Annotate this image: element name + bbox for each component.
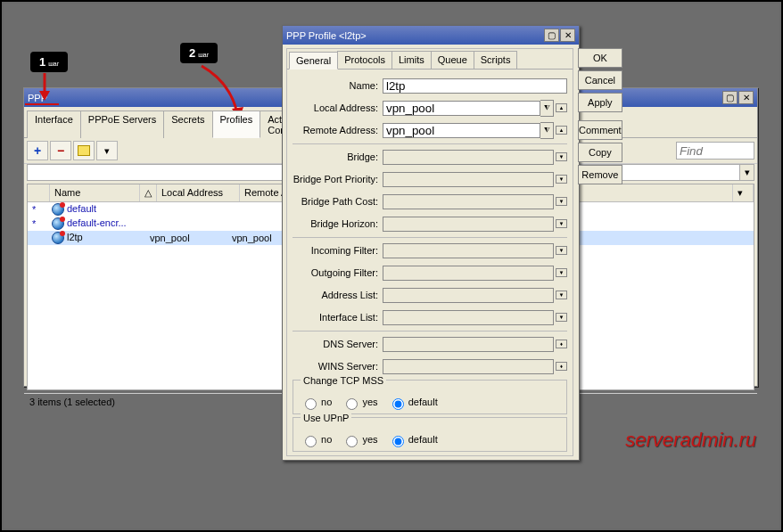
bridge-horizon-input[interactable]: [383, 217, 554, 232]
of-toggle[interactable]: ▼: [556, 268, 567, 277]
tab-secrets[interactable]: Secrets: [163, 110, 212, 138]
interface-list-input[interactable]: [383, 310, 554, 325]
mss-no-option[interactable]: no: [301, 397, 332, 407]
profile-icon: [52, 203, 64, 216]
bridge-port-priority-label: Bridge Port Priority:: [293, 174, 383, 184]
use-upnp-group: Use UPnP no yes default: [293, 417, 567, 452]
wins-server-input[interactable]: [383, 359, 554, 374]
outgoing-filter-input[interactable]: [383, 266, 554, 281]
copy-button[interactable]: Copy: [578, 143, 622, 162]
upnp-yes-option[interactable]: yes: [342, 434, 377, 445]
bh-toggle[interactable]: ▼: [556, 219, 567, 228]
dialog-buttons: OK Cancel Apply Comment Copy Remove: [578, 48, 622, 456]
note-icon: [78, 145, 90, 156]
dns-server-label: DNS Server:: [293, 339, 383, 349]
general-form: Name: Local Address: ⧨ ▲ Remote Address:…: [287, 70, 573, 455]
remove-button[interactable]: Remove: [578, 165, 622, 184]
al-toggle[interactable]: ▼: [556, 291, 567, 299]
cancel-button[interactable]: Cancel: [578, 70, 622, 90]
local-address-input[interactable]: [383, 101, 540, 116]
profile-icon: [52, 232, 64, 244]
il-toggle[interactable]: ▼: [556, 313, 567, 322]
remote-address-toggle[interactable]: ▲: [556, 126, 567, 135]
property-panel: General Protocols Limits Queue Scripts N…: [286, 48, 573, 456]
upnp-legend: Use UPnP: [301, 413, 351, 423]
remove-button[interactable]: −: [50, 141, 71, 160]
bridge-path-cost-input[interactable]: [383, 194, 554, 209]
mss-default-option[interactable]: default: [388, 397, 438, 407]
tab-limits[interactable]: Limits: [392, 51, 432, 69]
bridge-label: Bridge:: [293, 151, 383, 162]
row-name: l2tp: [67, 232, 83, 242]
col-name[interactable]: Name: [50, 184, 140, 201]
funnel-icon: ▾: [104, 145, 110, 157]
bpc-toggle[interactable]: ▼: [556, 197, 567, 206]
bpp-toggle[interactable]: ▼: [556, 175, 567, 184]
filter-button[interactable]: ▾: [96, 141, 118, 160]
dns-server-input[interactable]: [383, 337, 554, 352]
remote-address-dropdown[interactable]: ⧨: [540, 122, 554, 139]
col-sort-indicator[interactable]: △: [140, 184, 157, 201]
annotation-step-1: 1шаг: [30, 52, 68, 72]
tab-pppoe-servers[interactable]: PPPoE Servers: [80, 110, 164, 138]
dialog-restore-button[interactable]: ▢: [544, 29, 559, 42]
col-more-indicator[interactable]: ▾: [733, 184, 754, 201]
row-flag: *: [28, 217, 47, 230]
if-toggle[interactable]: ▼: [556, 246, 567, 255]
remote-address-input[interactable]: [383, 123, 540, 138]
profile-dialog: PPP Profile <l2tp> ▢ ✕ General Protocols…: [282, 25, 580, 461]
row-local: [145, 209, 227, 210]
ppp-close-button[interactable]: ✕: [738, 91, 754, 104]
remote-address-label: Remote Address:: [293, 125, 383, 135]
tab-queue[interactable]: Queue: [431, 51, 474, 69]
add-button[interactable]: +: [27, 141, 48, 160]
annotation-underline-ppp: [25, 103, 59, 105]
watermark: serveradmin.ru: [625, 429, 756, 452]
local-address-toggle[interactable]: ▲: [556, 103, 567, 112]
tab-scripts[interactable]: Scripts: [474, 51, 518, 69]
dialog-close-button[interactable]: ✕: [560, 29, 575, 42]
plus-icon: +: [34, 143, 41, 158]
wins-server-label: WINS Server:: [293, 361, 383, 372]
apply-button[interactable]: Apply: [578, 93, 622, 112]
dns-toggle[interactable]: ♦: [556, 340, 567, 348]
row-name: default-encr...: [67, 217, 127, 228]
row-flag: *: [28, 203, 47, 216]
col-local[interactable]: Local Address: [157, 184, 240, 201]
upnp-no-option[interactable]: no: [301, 434, 332, 445]
bridge-path-cost-label: Bridge Path Cost:: [293, 196, 383, 207]
profile-icon: [52, 217, 64, 230]
row-local: vpn_pool: [145, 232, 227, 244]
dialog-title: PPP Profile <l2tp>: [286, 30, 367, 41]
name-label: Name:: [293, 80, 383, 91]
wins-toggle[interactable]: ♦: [556, 362, 567, 371]
mss-legend: Change TCP MSS: [301, 375, 386, 386]
comment-button[interactable]: Comment: [578, 120, 622, 140]
ppp-restore-button[interactable]: ▢: [722, 91, 738, 104]
name-input[interactable]: [383, 78, 567, 94]
tab-profiles[interactable]: Profiles: [212, 110, 261, 138]
tab-general[interactable]: General: [289, 52, 338, 70]
dialog-titlebar[interactable]: PPP Profile <l2tp> ▢ ✕: [283, 26, 579, 45]
comment-button[interactable]: [73, 141, 95, 160]
bridge-port-priority-input[interactable]: [383, 172, 554, 187]
bridge-horizon-label: Bridge Horizon:: [293, 218, 383, 229]
upnp-default-option[interactable]: default: [388, 434, 438, 445]
ok-button[interactable]: OK: [578, 48, 622, 68]
tab-protocols[interactable]: Protocols: [337, 51, 392, 69]
annotation-step-2: 2шаг: [180, 43, 218, 63]
local-address-dropdown[interactable]: ⧨: [540, 100, 554, 117]
tab-interface[interactable]: Interface: [27, 110, 81, 138]
ppp-title: PPP: [28, 93, 47, 103]
outgoing-filter-label: Outgoing Filter:: [293, 267, 383, 278]
mss-yes-option[interactable]: yes: [342, 397, 377, 407]
address-list-input[interactable]: [383, 288, 554, 303]
local-address-label: Local Address:: [293, 102, 383, 113]
incoming-filter-input[interactable]: [383, 243, 554, 258]
bridge-input[interactable]: [383, 150, 554, 165]
dialog-tabs: General Protocols Limits Queue Scripts: [287, 49, 573, 70]
row-local: [145, 223, 227, 225]
chevron-down-icon: ▾: [739, 165, 754, 180]
find-input[interactable]: [676, 142, 754, 160]
bridge-toggle[interactable]: ▼: [556, 152, 567, 161]
